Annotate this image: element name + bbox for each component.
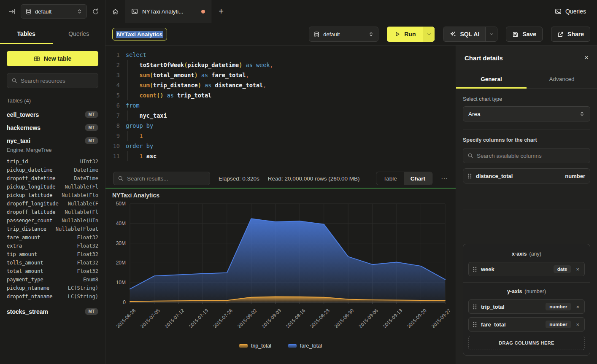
x-axis-tick-label: 2015-09-06	[358, 308, 379, 329]
column-type: Nullable(Flo	[62, 191, 98, 200]
view-toggle: Table Chart	[376, 172, 432, 185]
x-axis-label: x-axis	[512, 251, 527, 257]
code-content: 1	[126, 131, 456, 141]
x-axis-tick-label: 2015-07-12	[164, 308, 185, 329]
column-type: DateTime	[74, 166, 98, 174]
database-selector[interactable]: default	[21, 4, 87, 19]
query-title-input[interactable]: NYTaxi Analytics	[112, 28, 167, 40]
engine-badge: MT	[85, 111, 98, 118]
remove-column-icon[interactable]: ×	[575, 266, 580, 272]
available-column-distance_total[interactable]: distance_totalnumber	[463, 168, 590, 183]
x-axis-tick-label: 2015-08-30	[333, 308, 354, 329]
divider	[463, 210, 590, 210]
tab-general[interactable]: General	[456, 70, 527, 88]
table-row-stocks_stream[interactable]: stocks_streamMT	[0, 305, 105, 318]
column-row: fare_amountFloat32	[0, 233, 105, 242]
sidebar-tab-tables[interactable]: Tables	[0, 23, 53, 44]
x-axis-tick-label: 2015-07-19	[188, 308, 209, 329]
table-row-hackernews[interactable]: hackernewsMT	[0, 121, 105, 134]
x-axis-header: x-axis(any)	[468, 251, 585, 257]
column-type: Nullable(Fl	[65, 208, 98, 216]
column-search-input[interactable]	[477, 153, 586, 159]
content-row: 1select2 toStartOfWeek(pickup_datetime) …	[105, 46, 597, 364]
drag-handle[interactable]	[473, 322, 477, 327]
table-row-cell_towers[interactable]: cell_towersMT	[0, 108, 105, 121]
new-tab-button[interactable]: +	[211, 0, 231, 23]
x-axis-chip-week[interactable]: weekdate×	[468, 262, 585, 276]
home-icon	[112, 8, 119, 15]
drag-handle[interactable]	[473, 304, 477, 310]
view-toggle-table[interactable]: Table	[376, 172, 403, 185]
column-type: Float32	[77, 259, 98, 267]
drag-columns-dropzone[interactable]: DRAG COLUMNS HERE	[468, 336, 585, 350]
run-button-main[interactable]: Run	[387, 27, 423, 42]
divider	[463, 282, 590, 283]
query-database-selector[interactable]: default	[309, 27, 378, 42]
y-axis-tick-label: 0	[123, 299, 126, 305]
sql-editor[interactable]: 1select2 toStartOfWeek(pickup_datetime) …	[105, 46, 456, 169]
run-label: Run	[404, 31, 416, 38]
column-row: dropoff_datetimeDateTime	[0, 174, 105, 183]
view-toggle-chart[interactable]: Chart	[404, 172, 432, 185]
close-icon[interactable]: ×	[584, 54, 589, 62]
column-name: trip_distance	[7, 225, 46, 233]
sql-ai-dropdown[interactable]	[485, 27, 497, 41]
run-button[interactable]: Run	[387, 27, 435, 42]
column-name: pickup_datetime	[7, 166, 52, 174]
resource-search-input[interactable]	[21, 78, 94, 84]
tab-advanced[interactable]: Advanced	[527, 70, 597, 88]
drag-handle[interactable]	[468, 173, 472, 179]
run-options-dropdown[interactable]	[423, 27, 435, 42]
tab-strip: NYTaxi Analyti... +	[105, 0, 231, 23]
drag-handle-icon	[473, 267, 477, 272]
table-name: nyc_taxi	[7, 138, 30, 144]
results-search-input[interactable]	[127, 175, 205, 182]
chevron-down-icon	[427, 32, 432, 37]
editor-header: NYTaxi Analytics default Run	[105, 23, 597, 46]
sparkle-icon	[449, 31, 456, 38]
x-axis-tick-label: 2015-08-16	[285, 308, 306, 329]
sidebar: Tables Queries New table Tables (4) cell…	[0, 23, 105, 364]
sql-ai-main[interactable]: SQL AI	[443, 27, 485, 41]
save-button[interactable]: Save	[506, 27, 543, 42]
editor-column: 1select2 toStartOfWeek(pickup_datetime) …	[105, 46, 456, 364]
drag-handle[interactable]	[473, 267, 477, 272]
queries-button[interactable]: Queries	[555, 8, 586, 15]
queries-button-label: Queries	[565, 8, 586, 15]
tab-nytaxi-analytics[interactable]: NYTaxi Analyti...	[125, 0, 211, 23]
search-icon	[467, 153, 473, 159]
code-line: 1select	[105, 50, 456, 60]
share-button[interactable]: Share	[551, 27, 590, 42]
legend-item-trip_total[interactable]: trip_total	[239, 343, 271, 349]
chart-type-select[interactable]: Area	[463, 106, 590, 121]
column-name: tolls_amount	[7, 259, 43, 267]
columns-label: Specify columns for the chart	[463, 137, 590, 143]
sidebar-collapse-button[interactable]	[8, 8, 16, 15]
new-table-button[interactable]: New table	[7, 51, 98, 66]
code-content: sum(trip_distance) as distance_total,	[126, 80, 456, 90]
y-axis-chip-trip_total[interactable]: trip_totalnumber×	[468, 299, 585, 314]
x-axis-tick-label: 2015-06-28	[115, 308, 136, 329]
column-row: dropoff_latitudeNullable(Fl	[0, 208, 105, 216]
home-button[interactable]	[105, 0, 125, 23]
y-axis-label: y-axis	[507, 289, 522, 294]
legend-item-fare_total[interactable]: fare_total	[288, 343, 322, 349]
more-options-button[interactable]: ⋯	[441, 175, 448, 183]
column-row: trip_idUInt32	[0, 157, 105, 166]
sidebar-tab-queries[interactable]: Queries	[53, 23, 105, 44]
chart-details-panel: Chart details × General Advanced Select …	[456, 46, 597, 364]
table-columns: trip_idUInt32pickup_datetimeDateTimedrop…	[0, 156, 105, 305]
x-axis-chips: weekdate×	[468, 262, 585, 276]
chevron-updown-icon	[368, 31, 374, 37]
line-number: 3	[105, 70, 120, 80]
remove-column-icon[interactable]: ×	[575, 321, 580, 328]
column-name: total_amount	[7, 267, 43, 275]
remove-column-icon[interactable]: ×	[575, 304, 580, 310]
axes-config-box: x-axis(any) weekdate× y-axis(number) tri…	[463, 244, 590, 356]
sql-ai-button[interactable]: SQL AI	[443, 27, 497, 42]
available-columns-list: distance_totalnumber	[463, 168, 590, 183]
y-axis-chips: trip_totalnumber×fare_totalnumber×	[468, 299, 585, 332]
y-axis-chip-fare_total[interactable]: fare_totalnumber×	[468, 317, 585, 332]
table-row-nyc_taxi[interactable]: nyc_taxiMT	[0, 134, 105, 147]
refresh-button[interactable]	[92, 8, 99, 15]
